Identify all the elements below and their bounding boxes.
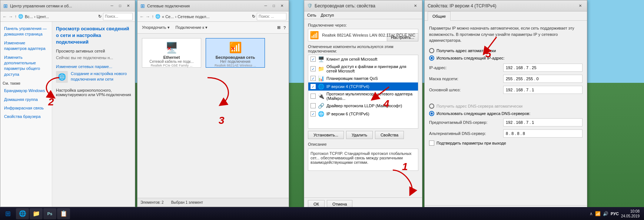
nav-path-2: « Се... › Сетевые подкл... <box>162 14 250 19</box>
help-icon[interactable]: ? <box>283 26 286 30</box>
component-ipv6[interactable]: ✓ 🌐 IP версии 6 (TCP/IPv6) <box>308 110 418 118</box>
search-input-2[interactable] <box>257 13 286 20</box>
check-qos[interactable]: ✓ <box>311 76 316 81</box>
up-arrow-2[interactable]: ↑ <box>152 14 154 19</box>
gateway-value[interactable]: 192 . 168 . 7 . 1 <box>503 86 582 94</box>
validate-checkbox-row: Подтвердить параметры при выходе <box>429 141 582 146</box>
ethernet-connection[interactable]: 🖥️ ✕ Ethernet Сетевой кабель не подк... … <box>142 38 201 68</box>
sidebar-item-ir[interactable]: Инфракрасная связь <box>3 104 50 112</box>
alternate-dns-value[interactable]: 8 . 8 . 8 . 8 <box>503 129 582 138</box>
component-sharing[interactable]: ✓ 📁 Общий доступ к файлам и принтерам дл… <box>308 63 418 74</box>
check-ms-client[interactable]: ✓ <box>311 57 316 62</box>
step1-arrow <box>389 166 419 196</box>
sidebar-item-home[interactable]: Панель управления — домашняя страница <box>3 25 50 38</box>
tray-volume-icon[interactable]: 🔊 <box>603 211 608 216</box>
preferred-dns-value[interactable]: 192 . 168 . 7 . 1 <box>503 118 582 126</box>
radio-manual-ip-label: Использовать следующий IP-адрес: <box>436 56 505 60</box>
mask-value[interactable]: 255 . 255 . 255 . 0 <box>503 75 582 83</box>
titlebar-3: 🛡️ Беспроводная сеть: свойства ✕ <box>304 0 422 11</box>
taskbar-app-browser[interactable]: 🌐 <box>16 208 29 219</box>
network-menu-item[interactable]: Сеть <box>307 11 316 19</box>
preferred-dns-row: Предпочитаемый DNS-сервер: 192 . 168 . 7… <box>429 118 582 126</box>
radio-manual-dns-label: Использовать следующие адреса DNS-сервер… <box>436 111 530 116</box>
component-qos[interactable]: ✓ 📊 Планировщик пакетов QoS <box>308 74 418 82</box>
properties-btn[interactable]: Свойства <box>375 131 404 139</box>
windows-icon: ⊞ <box>3 3 8 9</box>
connect-btn[interactable]: Подключение к ▾ <box>174 24 209 31</box>
view-icon[interactable]: ⊞ <box>277 25 280 30</box>
radio-auto-ip-circle[interactable] <box>429 48 434 53</box>
close-btn-4[interactable]: ✕ <box>577 3 584 9</box>
alternate-dns-row: Альтернативный DNS-сервер: 8 . 8 . 8 . 8 <box>429 129 582 138</box>
access-menu-item[interactable]: Доступ <box>321 11 334 19</box>
sidebar-item-adapter[interactable]: Изменение параметров адаптера <box>3 39 50 53</box>
status-bar-2: Элементов: 2 Выбран 1 элемент <box>137 198 289 207</box>
dialog-menu: Сеть Доступ <box>304 11 422 19</box>
check-multiplex[interactable] <box>311 94 316 99</box>
maximize-btn-1[interactable]: □ <box>116 3 124 9</box>
tray-network-icon[interactable]: 📶 <box>595 211 601 216</box>
check-lldp[interactable] <box>311 103 316 108</box>
up-arrow-1[interactable]: ↑ <box>14 14 17 19</box>
close-btn-3[interactable]: ✕ <box>412 3 419 9</box>
ipv4-content: Параметры IP можно назначать автоматичес… <box>425 21 587 205</box>
component-ms-client[interactable]: ✓ 🖥️ Клиент для сетей Microsoft <box>308 55 418 63</box>
check-sharing[interactable]: ✓ <box>311 66 316 71</box>
back-arrow-1[interactable]: ← <box>3 14 7 19</box>
connections-area: 🖥️ ✕ Ethernet Сетевой кабель не подк... … <box>137 34 289 198</box>
panel1-main: Просмотр основных сведений о сети и наст… <box>52 22 135 207</box>
check-ipv4[interactable]: ✓ <box>311 84 316 89</box>
taskbar-app-photoshop[interactable]: Ps <box>43 208 56 219</box>
organize-btn[interactable]: Упорядочить ▾ <box>140 24 171 31</box>
taskbar: ⊞ 🌐 📁 Ps 📋 ∧ 📶 🔊 РУС 10:08 24.05.2019 <box>0 207 644 220</box>
wireless-connection[interactable]: 📶 ✕ Беспроводная сеть Нет подключения Re… <box>206 38 265 68</box>
network-status: Сейчас вы не подключены н... <box>56 55 131 60</box>
radio-auto-dns[interactable]: Получить адрес DNS-сервера автоматически <box>429 104 582 109</box>
forward-arrow-2[interactable]: → <box>146 14 150 19</box>
adapter-icon: 📶 <box>310 31 319 40</box>
close-btn-1[interactable]: ✕ <box>125 3 132 9</box>
network-icon-nav: 🌐 <box>18 14 23 19</box>
ethernet-name: Ethernet <box>163 55 180 60</box>
radio-manual-dns-circle[interactable] <box>429 111 434 116</box>
change-networks-link[interactable]: Изменение сетевых параме... <box>56 64 131 69</box>
radio-manual-ip[interactable]: Использовать следующий IP-адрес: <box>429 55 582 61</box>
minimize-btn-2[interactable]: ─ <box>262 3 269 9</box>
ip-value[interactable]: 192 . 168 . 7 . 25 <box>503 64 582 72</box>
language-indicator[interactable]: РУС <box>611 211 619 216</box>
maximize-btn-2[interactable]: □ <box>270 3 278 9</box>
check-ipv6[interactable]: ✓ <box>311 111 316 116</box>
radio-manual-dns[interactable]: Использовать следующие адреса DNS-сервер… <box>429 111 582 116</box>
back-arrow-2[interactable]: ← <box>140 14 144 19</box>
tab-bar-4: Общие <box>425 11 587 21</box>
validate-checkbox[interactable] <box>429 141 434 146</box>
ethernet-icon: 🖥️ ✕ <box>165 41 178 54</box>
radio-auto-ip[interactable]: Получить адрес автоматически <box>429 48 582 53</box>
gateway-label: Основной шлюз: <box>429 88 503 92</box>
panel2-title: Сетевые подключения <box>147 4 260 8</box>
sidebar-nav-1: Панель управления — домашняя страница Из… <box>0 22 52 207</box>
tray-expand-icon[interactable]: ∧ <box>590 211 593 216</box>
search-input-1[interactable] <box>103 13 133 20</box>
description-label: Описание <box>308 142 418 146</box>
forward-arrow-1[interactable]: → <box>9 14 13 19</box>
install-btn[interactable]: Установить... <box>308 131 344 139</box>
close-btn-2[interactable]: ✕ <box>278 3 286 9</box>
refresh-icon-1[interactable]: ↻ <box>98 14 102 19</box>
taskbar-app-control[interactable]: 📋 <box>57 208 70 219</box>
remove-btn[interactable]: Удалить <box>346 131 373 139</box>
nav-bar-1: ← → ↑ 🌐 Вс... › Цент... ↻ <box>0 11 135 22</box>
tab-general[interactable]: Общие <box>428 11 451 21</box>
start-button[interactable]: ⊞ <box>1 208 14 219</box>
radio-auto-dns-circle[interactable] <box>429 104 434 109</box>
selected-count: Выбран 1 элемент <box>171 200 203 204</box>
wireless-icon: 📶 ✕ <box>229 41 242 54</box>
radio-manual-ip-circle[interactable] <box>429 55 434 61</box>
taskbar-app-explorer[interactable]: 📁 <box>30 208 43 219</box>
sidebar-item-browser[interactable]: Свойства браузера <box>3 113 50 121</box>
minimize-btn-1[interactable]: ─ <box>108 3 116 9</box>
refresh-icon-2[interactable]: ↻ <box>252 14 255 19</box>
clock-area[interactable]: 10:08 24.05.2019 <box>621 209 640 219</box>
shield-icon: 🛡️ <box>307 3 312 8</box>
create-connection-link[interactable]: Создание и настройка нового подключения … <box>71 71 131 82</box>
